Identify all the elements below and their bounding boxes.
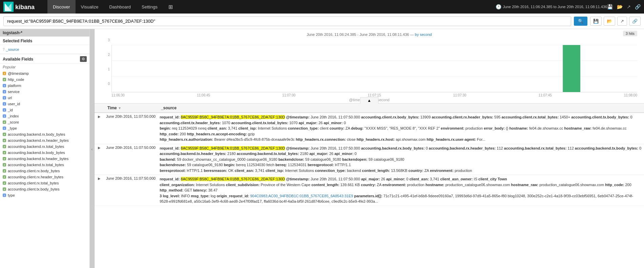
fields-gear-button[interactable]: ⚙ <box>80 56 87 62</box>
kibana-logo[interactable]: kibana <box>3 1 44 13</box>
save-search-button[interactable]: 💾 <box>590 17 602 26</box>
field-item-accounting-client-rx-body[interactable]: # accounting.client.rx.body_bytes <box>0 168 89 174</box>
open-icon[interactable]: 📂 <box>617 4 623 9</box>
chart-title: June 20th 2016, 11:06:24.385 - June 20th… <box>101 32 637 37</box>
field-item-_type[interactable]: t _type <box>0 125 89 131</box>
field-type-icon: # <box>3 181 6 185</box>
nav-settings[interactable]: Settings <box>136 0 163 14</box>
field-type-icon: # <box>3 78 6 81</box>
index-pattern-label: logstash-* <box>0 29 89 37</box>
by-second-link[interactable]: by second <box>415 32 432 37</box>
share-search-button[interactable]: ↗ <box>617 17 627 26</box>
field-item-accounting-backend-rx-header[interactable]: # accounting.backend.rx.header_bytes <box>0 137 89 143</box>
field-type-icon: t <box>3 84 6 87</box>
field-name: user_id <box>8 102 20 106</box>
sidebar-collapse-button[interactable]: ‹ <box>90 29 95 268</box>
x-axis: 11:06:30 11:06:45 11:07:00 11:07:15 11:0… <box>111 92 637 97</box>
svg-rect-8 <box>563 45 580 92</box>
nav-discover[interactable]: Discover <box>47 0 76 14</box>
expand-row-button[interactable]: ▶ <box>97 115 102 118</box>
field-type-icon: t <box>3 72 6 75</box>
field-item-accounting-client-rx-header[interactable]: # accounting.client.rx.header_bytes <box>0 174 89 180</box>
source-cell: request_id: 8AC9559F:B58C_94FB9E7A:01BB_… <box>158 113 644 144</box>
field-item-accounting-client-rx-total[interactable]: # accounting.client.rx.total_bytes <box>0 180 89 186</box>
col-expand <box>95 104 104 113</box>
field-item-accounting-backend-rx-body[interactable]: # accounting.backend.rx.body_bytes <box>0 131 89 137</box>
field-item-_index[interactable]: t _index <box>0 113 89 119</box>
expand-row-button[interactable]: ▶ <box>97 146 102 150</box>
field-name: _index <box>8 114 19 118</box>
field-name: accounting.backend.tx.body_bytes <box>8 151 65 155</box>
col-time-header[interactable]: Time ▼ <box>104 104 158 113</box>
expand-row-button[interactable]: ▶ <box>97 177 102 180</box>
share-icon[interactable]: ↗ <box>627 4 631 9</box>
field-type-icon: # <box>3 139 6 142</box>
field-item-accounting-backend-tx-total[interactable]: # accounting.backend.tx.total_bytes <box>0 162 89 168</box>
field-type-icon: # <box>3 151 6 154</box>
chart-inner <box>111 45 637 92</box>
field-name: accounting.client.rx.header_bytes <box>8 175 63 179</box>
main-layout: logstash-* Selected Fields ? _source Ava… <box>0 29 644 268</box>
field-item-accounting-backend-rx-total[interactable]: # accounting.backend.rx.total_bytes <box>0 143 89 150</box>
results-area[interactable]: Time ▼ _source ▶ June 20th 2016, 11:07:5… <box>95 104 644 268</box>
field-item-accounting-client-tx-body[interactable]: # accounting.client.tx.body_bytes <box>0 186 89 192</box>
field-item-timestamp[interactable]: t @timestamp <box>0 70 89 76</box>
field-type-icon: t <box>3 96 6 99</box>
field-item-platform[interactable]: t platform <box>0 83 89 89</box>
field-name: _score <box>8 120 19 124</box>
hits-badge: 3 hits <box>623 31 637 36</box>
nav-dashboard[interactable]: Dashboard <box>104 0 136 14</box>
table-row: ▶ June 20th 2016, 11:07:50.000 request_i… <box>95 175 644 206</box>
time-cell: June 20th 2016, 11:07:50.000 <box>104 175 158 206</box>
field-item-service[interactable]: t service <box>0 89 89 95</box>
field-type-icon: t <box>3 90 6 93</box>
new-search-button[interactable]: 🔗 <box>629 17 641 26</box>
field-name: accounting.client.rx.body_bytes <box>8 169 60 173</box>
field-item-url[interactable]: t url <box>0 95 89 101</box>
load-search-button[interactable]: 📂 <box>604 17 615 26</box>
field-type-icon: # <box>3 157 6 160</box>
time-range-display: 🕐 June 20th 2016, 11:06:24.385 to June 2… <box>496 4 607 9</box>
field-item-_id[interactable]: t _id <box>0 107 89 113</box>
nav-apps-icon[interactable]: ⊞ <box>163 0 178 14</box>
available-fields-section: Available Fields ⚙ <box>0 54 89 64</box>
collapse-chart-button[interactable]: ▲ <box>360 97 378 104</box>
save-icon[interactable]: 💾 <box>607 4 613 9</box>
field-name: url <box>8 96 12 100</box>
field-type-icon: t <box>3 127 6 130</box>
field-name: service <box>8 90 20 94</box>
field-type-icon: # <box>3 169 6 173</box>
origin-request-id-link[interactable]: 904C0983;AC00_94FBDB1C:01BB_5767CE85_6A8… <box>250 194 353 198</box>
nav-visualize[interactable]: Visualize <box>76 0 104 14</box>
col-source-header[interactable]: _source <box>158 104 644 113</box>
svg-text:kibana: kibana <box>15 4 35 10</box>
time-cell: June 20th 2016, 11:07:50.000 <box>104 113 158 144</box>
available-fields-title: Available Fields <box>3 57 33 62</box>
field-item-type[interactable]: t type <box>0 192 89 198</box>
field-item-accounting-backend-tx-header[interactable]: # accounting.backend.tx.header_bytes <box>0 156 89 162</box>
available-fields-list: Popular t @timestamp # http_code t platf… <box>0 64 89 268</box>
field-item-accounting-backend-tx-body[interactable]: # accounting.backend.tx.body_bytes <box>0 150 89 156</box>
field-name: accounting.backend.rx.header_bytes <box>8 138 69 142</box>
field-name: accounting.backend.rx.body_bytes <box>8 132 65 136</box>
search-bar: 🔍 💾 📂 ↗ 🔗 <box>0 14 644 29</box>
field-type-icon: # <box>3 145 6 148</box>
y-axis: 3 2 1 0 <box>101 38 111 86</box>
field-type-icon: # <box>3 175 6 179</box>
new-icon[interactable]: 🔗 <box>635 4 641 9</box>
field-type-icon: t <box>3 114 6 118</box>
field-name: accounting.client.tx.body_bytes <box>8 187 60 191</box>
field-item-user_id[interactable]: t user_id <box>0 101 89 107</box>
time-cell: June 20th 2016, 11:07:50.000 <box>104 144 158 175</box>
source-field-item[interactable]: ? _source <box>0 46 89 52</box>
results-table: Time ▼ _source ▶ June 20th 2016, 11:07:5… <box>95 104 644 206</box>
field-item-http_code[interactable]: # http_code <box>0 76 89 83</box>
field-type-icon: # <box>3 187 6 191</box>
search-button[interactable]: 🔍 <box>574 17 587 26</box>
table-row: ▶ June 20th 2016, 11:07:50.000 request_i… <box>95 144 644 175</box>
field-item-_score[interactable]: # _score <box>0 119 89 125</box>
search-input[interactable] <box>3 16 571 26</box>
selected-fields-list: ? _source <box>0 45 89 54</box>
popular-label: Popular <box>0 64 89 70</box>
field-name: type <box>8 193 15 197</box>
